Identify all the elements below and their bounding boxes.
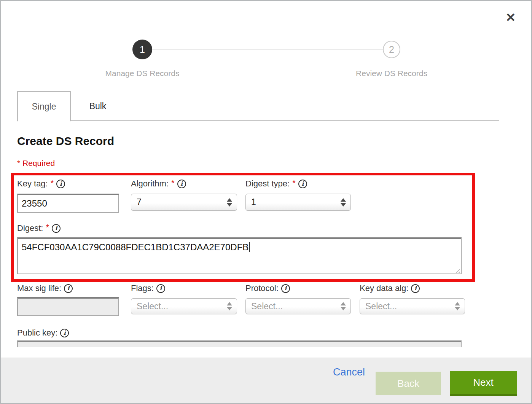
spinner-arrows-icon <box>341 302 346 310</box>
digest-type-select[interactable]: 1 <box>245 194 351 211</box>
public-key-textarea[interactable] <box>17 340 462 347</box>
info-icon[interactable]: i <box>411 284 420 293</box>
info-icon[interactable]: i <box>281 284 290 293</box>
tab-bulk[interactable]: Bulk <box>74 92 122 121</box>
tab-single[interactable]: Single <box>17 91 71 121</box>
spinner-arrows-icon <box>227 198 232 207</box>
required-asterisk: * <box>46 223 49 232</box>
step-indicator-2: 2 <box>383 41 400 58</box>
step-indicator-1: 1 <box>132 40 152 59</box>
flags-label-row: Flags: i <box>131 283 165 293</box>
key-data-alg-label-row: Key data alg: i <box>360 283 420 293</box>
page-title: Create DS Record <box>17 135 114 148</box>
step-number: 1 <box>140 44 145 55</box>
max-sig-life-label-row: Max sig life: i <box>17 283 73 293</box>
text-caret <box>249 242 250 252</box>
key-data-alg-select[interactable]: Select... <box>360 298 465 314</box>
required-asterisk: * <box>292 178 296 188</box>
digest-value: 54FCF030AA1C79C0088FDEC1BD1C37DAA2E70DFB <box>22 242 248 252</box>
key-tag-input[interactable] <box>17 194 119 213</box>
flags-select-value: Select... <box>137 301 168 312</box>
public-key-label: Public key: <box>17 328 57 338</box>
key-tag-label-row: Key tag: * i <box>17 179 65 189</box>
max-sig-life-input[interactable] <box>17 297 119 316</box>
public-key-label-row: Public key: i <box>17 328 69 338</box>
step-label-review-ds-records: Review DS Records <box>331 69 452 78</box>
key-tag-label: Key tag: <box>17 179 48 189</box>
next-button[interactable]: Next <box>450 371 517 396</box>
modal-footer: Cancel Back Next <box>1 358 531 404</box>
digest-label-row: Digest: * i <box>17 223 61 233</box>
digest-label: Digest: <box>17 223 43 233</box>
stepper-connector-line <box>152 49 383 49</box>
digest-textarea[interactable]: 54FCF030AA1C79C0088FDEC1BD1C37DAA2E70DFB <box>17 237 462 274</box>
max-sig-life-label: Max sig life: <box>17 283 61 293</box>
algorithm-label-row: Algorithm: * i <box>131 179 186 189</box>
required-asterisk: * <box>171 178 175 188</box>
required-asterisk: * <box>51 178 54 188</box>
step-number: 2 <box>389 44 394 55</box>
info-icon[interactable]: i <box>56 180 65 188</box>
digest-type-label: Digest type: <box>245 179 290 189</box>
info-icon[interactable]: i <box>64 284 73 293</box>
info-icon[interactable]: i <box>52 224 61 233</box>
info-icon[interactable]: i <box>156 284 165 293</box>
algorithm-label: Algorithm: <box>131 179 169 189</box>
resize-handle[interactable] <box>454 267 460 273</box>
cancel-button[interactable]: Cancel <box>333 366 365 378</box>
algorithm-select-value: 7 <box>137 197 142 207</box>
required-note: * Required <box>17 159 55 168</box>
tab-label: Single <box>32 102 56 112</box>
step-label-manage-ds-records: Manage DS Records <box>81 69 203 78</box>
protocol-select-value: Select... <box>251 301 283 312</box>
flags-label: Flags: <box>131 283 154 293</box>
spinner-arrows-icon <box>455 302 460 310</box>
info-icon[interactable]: i <box>298 180 307 188</box>
info-icon[interactable]: i <box>60 329 69 337</box>
digest-type-label-row: Digest type: * i <box>245 179 307 189</box>
create-ds-record-modal: ✕ 1 2 Manage DS Records Review DS Record… <box>0 0 532 404</box>
spinner-arrows-icon <box>227 302 232 310</box>
protocol-label: Protocol: <box>245 283 279 293</box>
close-icon[interactable]: ✕ <box>502 10 519 25</box>
flags-select[interactable]: Select... <box>131 298 237 314</box>
key-data-alg-select-value: Select... <box>365 301 397 312</box>
key-data-alg-label: Key data alg: <box>360 283 408 293</box>
tab-label: Bulk <box>89 101 107 111</box>
protocol-select[interactable]: Select... <box>245 298 351 314</box>
info-icon[interactable]: i <box>177 180 186 188</box>
tab-divider-line <box>70 120 499 121</box>
digest-type-select-value: 1 <box>251 197 256 207</box>
algorithm-select[interactable]: 7 <box>131 194 237 211</box>
spinner-arrows-icon <box>341 198 346 207</box>
protocol-label-row: Protocol: i <box>245 283 290 293</box>
back-button[interactable]: Back <box>376 372 441 395</box>
